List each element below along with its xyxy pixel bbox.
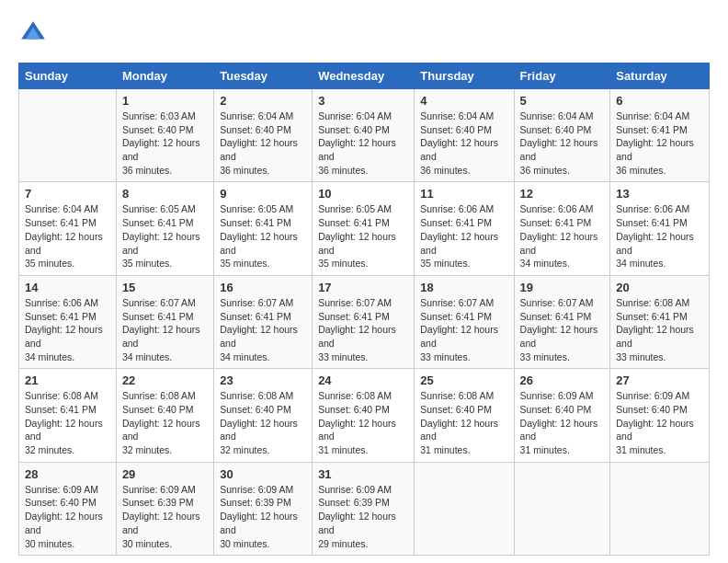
day-number: 26 xyxy=(520,373,605,387)
calendar-cell: 8Sunrise: 6:05 AMSunset: 6:41 PMDaylight… xyxy=(116,182,213,275)
day-info: Sunrise: 6:05 AMSunset: 6:41 PMDaylight:… xyxy=(122,202,208,270)
calendar-cell: 13Sunrise: 6:06 AMSunset: 6:41 PMDayligh… xyxy=(610,182,710,275)
calendar-cell xyxy=(19,89,117,182)
calendar-week-row: 28Sunrise: 6:09 AMSunset: 6:40 PMDayligh… xyxy=(19,462,710,555)
calendar-cell: 14Sunrise: 6:06 AMSunset: 6:41 PMDayligh… xyxy=(19,275,117,368)
day-info: Sunrise: 6:04 AMSunset: 6:40 PMDaylight:… xyxy=(318,109,408,177)
day-info: Sunrise: 6:08 AMSunset: 6:40 PMDaylight:… xyxy=(220,389,306,456)
logo xyxy=(18,18,51,48)
day-number: 10 xyxy=(318,187,408,201)
day-info: Sunrise: 6:06 AMSunset: 6:41 PMDaylight:… xyxy=(520,202,605,270)
calendar-cell: 12Sunrise: 6:06 AMSunset: 6:41 PMDayligh… xyxy=(514,182,610,275)
weekday-header: Tuesday xyxy=(214,63,313,89)
day-number: 6 xyxy=(616,94,703,108)
day-number: 11 xyxy=(420,187,507,201)
logo-icon xyxy=(18,18,48,48)
weekday-header: Monday xyxy=(116,63,213,89)
day-info: Sunrise: 6:07 AMSunset: 6:41 PMDaylight:… xyxy=(318,296,408,363)
day-number: 8 xyxy=(122,187,208,201)
day-number: 17 xyxy=(318,281,408,294)
day-info: Sunrise: 6:05 AMSunset: 6:41 PMDaylight:… xyxy=(220,202,306,270)
day-info: Sunrise: 6:05 AMSunset: 6:41 PMDaylight:… xyxy=(318,202,408,270)
day-info: Sunrise: 6:07 AMSunset: 6:41 PMDaylight:… xyxy=(520,296,605,363)
calendar-week-row: 21Sunrise: 6:08 AMSunset: 6:41 PMDayligh… xyxy=(19,369,710,462)
calendar-cell: 22Sunrise: 6:08 AMSunset: 6:40 PMDayligh… xyxy=(116,369,213,462)
day-info: Sunrise: 6:09 AMSunset: 6:40 PMDaylight:… xyxy=(520,389,605,456)
day-number: 19 xyxy=(520,281,605,294)
day-number: 4 xyxy=(420,94,507,108)
day-info: Sunrise: 6:08 AMSunset: 6:40 PMDaylight:… xyxy=(318,389,408,456)
day-number: 7 xyxy=(25,187,110,201)
day-number: 14 xyxy=(25,281,110,294)
day-number: 13 xyxy=(616,187,703,201)
weekday-header: Friday xyxy=(514,63,610,89)
day-number: 21 xyxy=(25,373,110,387)
calendar-cell: 16Sunrise: 6:07 AMSunset: 6:41 PMDayligh… xyxy=(214,275,313,368)
calendar-cell: 19Sunrise: 6:07 AMSunset: 6:41 PMDayligh… xyxy=(514,275,610,368)
day-number: 20 xyxy=(616,281,703,294)
calendar-cell: 15Sunrise: 6:07 AMSunset: 6:41 PMDayligh… xyxy=(116,275,213,368)
calendar-week-row: 14Sunrise: 6:06 AMSunset: 6:41 PMDayligh… xyxy=(19,275,710,368)
calendar-cell: 18Sunrise: 6:07 AMSunset: 6:41 PMDayligh… xyxy=(415,275,514,368)
day-info: Sunrise: 6:07 AMSunset: 6:41 PMDaylight:… xyxy=(420,296,507,363)
day-info: Sunrise: 6:04 AMSunset: 6:40 PMDaylight:… xyxy=(520,109,605,177)
day-number: 23 xyxy=(220,373,306,387)
calendar-cell: 27Sunrise: 6:09 AMSunset: 6:40 PMDayligh… xyxy=(610,369,710,462)
day-info: Sunrise: 6:06 AMSunset: 6:41 PMDaylight:… xyxy=(25,296,110,363)
calendar-cell: 21Sunrise: 6:08 AMSunset: 6:41 PMDayligh… xyxy=(19,369,117,462)
day-info: Sunrise: 6:04 AMSunset: 6:40 PMDaylight:… xyxy=(220,109,306,177)
calendar-cell xyxy=(514,462,610,555)
calendar-cell: 31Sunrise: 6:09 AMSunset: 6:39 PMDayligh… xyxy=(313,462,415,555)
calendar-cell: 7Sunrise: 6:04 AMSunset: 6:41 PMDaylight… xyxy=(19,182,117,275)
weekday-header: Wednesday xyxy=(313,63,415,89)
day-info: Sunrise: 6:06 AMSunset: 6:41 PMDaylight:… xyxy=(616,202,703,270)
calendar-cell: 30Sunrise: 6:09 AMSunset: 6:39 PMDayligh… xyxy=(214,462,313,555)
day-number: 25 xyxy=(420,373,507,387)
calendar-cell: 2Sunrise: 6:04 AMSunset: 6:40 PMDaylight… xyxy=(214,89,313,182)
day-info: Sunrise: 6:09 AMSunset: 6:39 PMDaylight:… xyxy=(318,483,408,550)
day-info: Sunrise: 6:09 AMSunset: 6:40 PMDaylight:… xyxy=(616,389,703,456)
calendar-cell: 25Sunrise: 6:08 AMSunset: 6:40 PMDayligh… xyxy=(415,369,514,462)
calendar-table: SundayMondayTuesdayWednesdayThursdayFrid… xyxy=(18,63,710,556)
day-number: 31 xyxy=(318,467,408,481)
day-info: Sunrise: 6:09 AMSunset: 6:40 PMDaylight:… xyxy=(25,483,110,550)
day-info: Sunrise: 6:04 AMSunset: 6:41 PMDaylight:… xyxy=(25,202,110,270)
day-info: Sunrise: 6:08 AMSunset: 6:40 PMDaylight:… xyxy=(122,389,208,456)
day-info: Sunrise: 6:04 AMSunset: 6:41 PMDaylight:… xyxy=(616,109,703,177)
calendar-cell: 20Sunrise: 6:08 AMSunset: 6:41 PMDayligh… xyxy=(610,275,710,368)
day-number: 16 xyxy=(220,281,306,294)
calendar-cell: 3Sunrise: 6:04 AMSunset: 6:40 PMDaylight… xyxy=(313,89,415,182)
calendar-body: 1Sunrise: 6:03 AMSunset: 6:40 PMDaylight… xyxy=(19,89,710,556)
day-number: 18 xyxy=(420,281,507,294)
calendar-cell: 11Sunrise: 6:06 AMSunset: 6:41 PMDayligh… xyxy=(415,182,514,275)
weekday-header: Thursday xyxy=(415,63,514,89)
day-number: 3 xyxy=(318,94,408,108)
day-info: Sunrise: 6:08 AMSunset: 6:41 PMDaylight:… xyxy=(616,296,703,363)
day-info: Sunrise: 6:06 AMSunset: 6:41 PMDaylight:… xyxy=(420,202,507,270)
calendar-cell xyxy=(610,462,710,555)
day-info: Sunrise: 6:09 AMSunset: 6:39 PMDaylight:… xyxy=(220,483,306,550)
day-number: 15 xyxy=(122,281,208,294)
day-number: 28 xyxy=(25,467,110,481)
calendar-cell: 26Sunrise: 6:09 AMSunset: 6:40 PMDayligh… xyxy=(514,369,610,462)
calendar-cell: 10Sunrise: 6:05 AMSunset: 6:41 PMDayligh… xyxy=(313,182,415,275)
calendar-week-row: 7Sunrise: 6:04 AMSunset: 6:41 PMDaylight… xyxy=(19,182,710,275)
day-number: 29 xyxy=(122,467,208,481)
day-info: Sunrise: 6:08 AMSunset: 6:41 PMDaylight:… xyxy=(25,389,110,456)
weekday-header: Sunday xyxy=(19,63,117,89)
calendar-cell: 9Sunrise: 6:05 AMSunset: 6:41 PMDaylight… xyxy=(214,182,313,275)
calendar-cell: 29Sunrise: 6:09 AMSunset: 6:39 PMDayligh… xyxy=(116,462,213,555)
day-info: Sunrise: 6:04 AMSunset: 6:40 PMDaylight:… xyxy=(420,109,507,177)
header-row: SundayMondayTuesdayWednesdayThursdayFrid… xyxy=(19,63,710,89)
day-info: Sunrise: 6:07 AMSunset: 6:41 PMDaylight:… xyxy=(122,296,208,363)
day-number: 9 xyxy=(220,187,306,201)
calendar-cell: 17Sunrise: 6:07 AMSunset: 6:41 PMDayligh… xyxy=(313,275,415,368)
calendar-cell: 24Sunrise: 6:08 AMSunset: 6:40 PMDayligh… xyxy=(313,369,415,462)
day-info: Sunrise: 6:08 AMSunset: 6:40 PMDaylight:… xyxy=(420,389,507,456)
calendar-week-row: 1Sunrise: 6:03 AMSunset: 6:40 PMDaylight… xyxy=(19,89,710,182)
calendar-cell: 28Sunrise: 6:09 AMSunset: 6:40 PMDayligh… xyxy=(19,462,117,555)
day-number: 22 xyxy=(122,373,208,387)
day-info: Sunrise: 6:03 AMSunset: 6:40 PMDaylight:… xyxy=(122,109,208,177)
calendar-cell: 6Sunrise: 6:04 AMSunset: 6:41 PMDaylight… xyxy=(610,89,710,182)
calendar-cell xyxy=(415,462,514,555)
